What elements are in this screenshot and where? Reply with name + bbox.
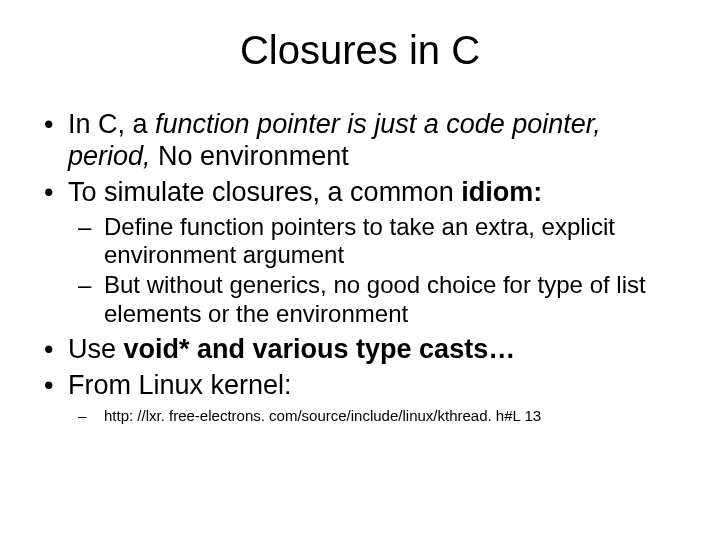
bullet-1-post: No environment	[151, 141, 349, 171]
bullet-2-sub-2: But without generics, no good choice for…	[104, 271, 680, 328]
bullet-2-pre: To simulate closures, a common	[68, 177, 461, 207]
bullet-4-text: From Linux kernel:	[68, 370, 292, 400]
slide: Closures in C In C, a function pointer i…	[0, 0, 720, 540]
bullet-1: In C, a function pointer is just a code …	[68, 109, 680, 173]
bullet-2-sub-1: Define function pointers to take an extr…	[104, 213, 680, 270]
bullet-1-pre: In C, a	[68, 109, 155, 139]
bullet-2-sublist: Define function pointers to take an extr…	[68, 213, 680, 328]
slide-title: Closures in C	[40, 28, 680, 73]
bullet-3-bold: void* and various type casts…	[124, 334, 516, 364]
bullet-3-pre: Use	[68, 334, 124, 364]
bullet-4-sublist: http: //lxr. free-electrons. com/source/…	[68, 406, 680, 426]
bullet-2: To simulate closures, a common idiom: De…	[68, 177, 680, 328]
bullet-list: In C, a function pointer is just a code …	[40, 109, 680, 425]
bullet-4-sub-1: http: //lxr. free-electrons. com/source/…	[104, 406, 680, 426]
bullet-4: From Linux kernel: http: //lxr. free-ele…	[68, 370, 680, 425]
bullet-3: Use void* and various type casts…	[68, 334, 680, 366]
bullet-2-bold: idiom:	[461, 177, 542, 207]
